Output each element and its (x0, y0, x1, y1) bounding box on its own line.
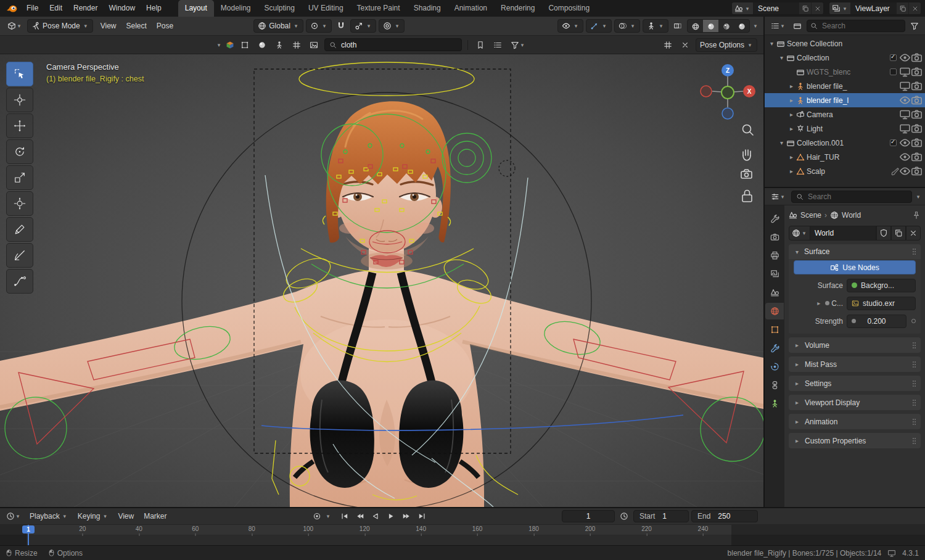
breadcrumb-world[interactable]: World (842, 211, 861, 220)
expander-icon[interactable]: ▸ (787, 154, 796, 160)
outliner-filter-button[interactable] (908, 19, 921, 33)
auto-key-options-button[interactable] (325, 513, 331, 519)
workspace-tab-compositing[interactable]: Compositing (541, 0, 596, 17)
workspace-tab-texture-paint[interactable]: Texture Paint (350, 0, 407, 17)
menu-help[interactable]: Help (141, 0, 167, 17)
camera-toggle[interactable] (911, 66, 923, 78)
axis-x-neg-ball[interactable] (701, 86, 712, 97)
menu-window[interactable]: Window (103, 0, 141, 17)
properties-options-button[interactable] (915, 194, 921, 200)
editor-type-button[interactable] (5, 19, 25, 33)
tool-move-button[interactable] (6, 113, 33, 138)
panel-viewport-display[interactable]: ▸Viewport Display (789, 395, 921, 410)
menu-edit[interactable]: Edit (44, 0, 68, 17)
pose-options-dropdown[interactable]: Pose Options (696, 38, 757, 52)
viewport-menu-select[interactable]: Select (121, 17, 152, 36)
menu-file[interactable]: File (21, 0, 44, 17)
properties-editor-button[interactable] (768, 190, 788, 204)
shading-rendered-button[interactable] (734, 20, 749, 33)
grip-icon[interactable] (911, 379, 917, 388)
visibility-dropdown[interactable] (557, 19, 583, 33)
strength-slider[interactable]: 0.200 (847, 315, 906, 328)
properties-tab-tool[interactable] (765, 210, 784, 227)
panel-volume[interactable]: ▸Volume (789, 337, 921, 353)
pin-icon[interactable] (912, 211, 921, 220)
camera-toggle[interactable] (911, 165, 923, 177)
mode-dropdown[interactable]: Pose Mode (27, 19, 93, 33)
eye-toggle[interactable] (899, 52, 911, 64)
current-frame-field[interactable]: 1 (562, 510, 615, 522)
workspace-tab-layout[interactable]: Layout (178, 0, 214, 17)
pivot-dropdown[interactable] (306, 19, 332, 33)
properties-tab-physics[interactable] (765, 358, 784, 375)
timeline-editor-button[interactable] (4, 509, 23, 523)
color-image-button[interactable]: studio.exr (847, 297, 916, 310)
grip-icon[interactable] (911, 418, 917, 426)
next-keyframe-button[interactable] (399, 510, 414, 522)
preview-range-button[interactable] (617, 509, 631, 523)
panel-custom-properties[interactable]: ▸Custom Properties (789, 433, 921, 448)
outliner-row-blender-file-l[interactable]: ▸blender file_l (765, 93, 925, 107)
timeline-menu-keying[interactable]: Keying (73, 508, 113, 524)
tool-measure-button[interactable] (6, 243, 33, 268)
eye-toggle[interactable] (899, 137, 911, 149)
workspace-tab-uv-editing[interactable]: UV Editing (302, 0, 350, 17)
exclude-checkbox[interactable] (887, 68, 899, 75)
expander-icon[interactable]: ▸ (787, 83, 796, 89)
screen-toggle[interactable] (899, 80, 911, 92)
expander-icon[interactable]: ▾ (777, 139, 786, 146)
prev-keyframe-button[interactable] (353, 510, 368, 522)
workspace-tab-modeling[interactable]: Modeling (214, 0, 258, 17)
outliner-row-collection[interactable]: ▾Collection (765, 51, 925, 65)
snap-dropdown[interactable] (350, 19, 376, 33)
properties-tab-constraints[interactable] (765, 377, 784, 393)
scene-browse-button[interactable] (732, 2, 753, 14)
orientation-dropdown[interactable]: Global (253, 19, 303, 33)
expander-icon[interactable]: ▸ (787, 97, 796, 104)
jump-end-button[interactable] (414, 510, 429, 522)
tool-scale-button[interactable] (6, 165, 33, 190)
properties-tab-scene[interactable] (765, 284, 784, 301)
camera-toggle[interactable] (911, 52, 923, 64)
scene-name-field[interactable]: Scene (753, 2, 799, 14)
world-copy-button[interactable] (891, 226, 906, 241)
xray-toggle[interactable] (671, 19, 684, 33)
workspace-tab-rendering[interactable]: Rendering (494, 0, 541, 17)
eye-toggle[interactable] (899, 165, 911, 177)
viewlayer-copy-button[interactable] (896, 2, 908, 14)
grip-icon[interactable] (911, 398, 917, 407)
outliner-row-hair-tur[interactable]: ▸Hair_TUR (765, 150, 925, 164)
properties-search-input[interactable] (807, 192, 907, 202)
properties-tab-output[interactable] (765, 247, 784, 264)
panel-animation[interactable]: ▸Animation (789, 414, 921, 429)
sort-button[interactable] (491, 38, 504, 52)
pose-display-dropdown[interactable] (643, 19, 668, 33)
outliner-row-scalp[interactable]: ▸Scalp (765, 164, 925, 178)
grip-icon[interactable] (911, 247, 917, 256)
use-nodes-button[interactable]: Use Nodes (794, 260, 916, 274)
screen-toggle[interactable] (899, 66, 911, 78)
viewport-3d[interactable]: Z X Camera Perspective (1 (0, 54, 763, 507)
surface-panel-header[interactable]: ▾ Surface (789, 244, 921, 259)
timeline-menu-playback[interactable]: Playback (25, 508, 73, 524)
shading-solid-button[interactable] (703, 20, 718, 33)
play-reverse-button[interactable] (368, 510, 383, 522)
animate-decorator[interactable] (911, 319, 916, 323)
filter-image-button[interactable] (307, 38, 321, 52)
filter-armature-button[interactable] (273, 38, 286, 52)
viewlayer-browse-button[interactable] (829, 2, 850, 14)
tool-tweak-button[interactable] (6, 62, 33, 86)
grip-icon[interactable] (911, 360, 917, 369)
shelf-collapse-button[interactable] (216, 42, 222, 48)
snap-toggle[interactable] (334, 19, 348, 33)
world-unlink-button[interactable] (906, 226, 921, 241)
eye-toggle[interactable] (899, 151, 911, 163)
fake-user-button[interactable] (876, 226, 891, 241)
overlays-dropdown[interactable] (614, 19, 640, 33)
filter-material-button[interactable] (255, 38, 269, 52)
tool-rotate-button[interactable] (6, 139, 33, 164)
shelf-search-input[interactable] (340, 40, 457, 50)
workspace-tab-sculpting[interactable]: Sculpting (258, 0, 302, 17)
properties-tab-world[interactable] (765, 303, 784, 319)
outliner-display-button[interactable] (791, 19, 804, 33)
